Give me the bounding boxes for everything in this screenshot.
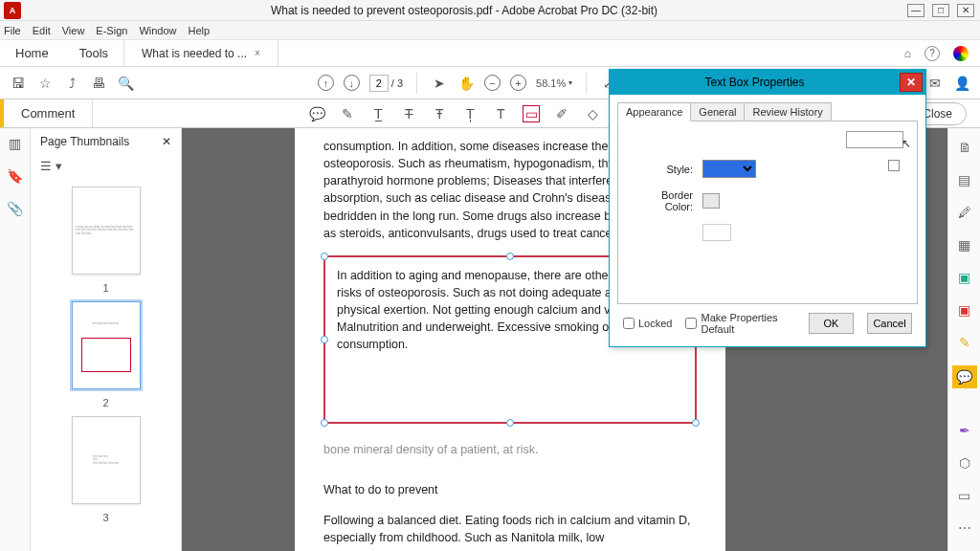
thumb-label-1: 1	[102, 282, 108, 294]
opacity-field[interactable]	[702, 224, 731, 241]
comment-label: Comment	[0, 99, 93, 127]
tool-combine-icon[interactable]: ▣	[955, 268, 974, 287]
app-menu-icon[interactable]: ⌂	[904, 47, 911, 60]
body-heading: What to do to prevent	[323, 481, 697, 498]
strikethrough-icon[interactable]: T	[400, 105, 417, 122]
resize-handle-tl[interactable]	[321, 253, 328, 260]
tool-comment-icon[interactable]: 💬	[952, 365, 977, 388]
cancel-button[interactable]: Cancel	[867, 313, 912, 334]
border-color-label: Border Color:	[632, 189, 693, 212]
attachments-rail-icon[interactable]: 📎	[7, 201, 23, 216]
ok-button[interactable]: OK	[809, 313, 854, 334]
text-box-properties-dialog[interactable]: Text Box Properties ✕ Appearance General…	[609, 69, 926, 347]
profile-icon[interactable]	[953, 46, 969, 61]
text-box-icon[interactable]: ▭	[523, 105, 540, 122]
style-select[interactable]	[702, 160, 756, 178]
email-icon[interactable]: ✉	[926, 75, 944, 92]
tool-last-icon[interactable]: ⋯	[955, 518, 974, 538]
zoom-out-icon[interactable]: −	[484, 75, 501, 91]
zoom-dropdown[interactable]: 58.1% ▾	[536, 77, 572, 89]
menu-esign[interactable]: E-Sign	[96, 25, 127, 36]
close-window-button[interactable]: ✕	[957, 4, 974, 17]
thumbnail-page-1[interactable]: Lorem ipsum dolor sit amet text text tex…	[72, 187, 141, 275]
tool-fill-sign-icon[interactable]: ✎	[955, 333, 974, 352]
thumbnail-page-3[interactable]: line line linelineline line line line li…	[72, 416, 141, 504]
right-rail: 🗎 ▤ 🖉 ▦ ▣ ▣ ✎ 💬 ✒ ⬡ ▭ ⋯	[947, 128, 980, 551]
make-default-checkbox[interactable]: Make Properties Default	[685, 312, 782, 335]
menu-edit[interactable]: Edit	[33, 25, 51, 36]
tool-more-icon[interactable]: ▭	[955, 486, 974, 505]
sticky-note-icon[interactable]: 💬	[308, 105, 325, 122]
pointer-icon[interactable]: ➤	[431, 75, 448, 92]
underline-icon[interactable]: T̲	[369, 105, 387, 122]
document-tab[interactable]: What is needed to ... ×	[123, 40, 278, 66]
tool-protect-icon[interactable]: ⬡	[955, 453, 974, 473]
appearance-checkbox[interactable]	[888, 160, 900, 171]
thumbnail-page-2[interactable]: text text text text text	[72, 301, 141, 389]
tool-export-icon[interactable]: ▤	[955, 170, 974, 189]
menu-window[interactable]: Window	[139, 25, 176, 36]
border-color-swatch[interactable]	[702, 193, 720, 209]
highlight-icon[interactable]: ✎	[339, 105, 356, 122]
eraser-icon[interactable]: ◇	[584, 105, 601, 122]
tab-review-history[interactable]: Review History	[744, 102, 831, 121]
width-field[interactable]	[846, 131, 903, 148]
cursor-icon: ↖	[902, 137, 911, 150]
star-icon[interactable]: ☆	[36, 75, 54, 92]
body-paragraph-2: Following a balanced diet. Eating foods …	[323, 512, 697, 546]
pencil-icon[interactable]: ✐	[553, 105, 570, 122]
page-down-icon[interactable]: ↓	[344, 75, 360, 91]
window-title: What is needed to prevent osteoporosis.p…	[21, 4, 907, 17]
resize-handle-bm[interactable]	[506, 419, 514, 427]
account-icon[interactable]: 👤	[953, 75, 970, 92]
thumbnails-rail-icon[interactable]: ▥	[9, 136, 21, 151]
minimize-button[interactable]: —	[907, 4, 924, 17]
tool-organize-icon[interactable]: ▦	[955, 235, 974, 254]
app-icon: A	[4, 2, 21, 19]
locked-checkbox[interactable]: Locked	[623, 318, 672, 329]
thumb-label-2: 2	[102, 397, 108, 408]
tool-compress-icon[interactable]: ▣	[955, 300, 974, 320]
bookmarks-rail-icon[interactable]: 🔖	[7, 168, 23, 184]
close-tab-icon[interactable]: ×	[255, 48, 260, 58]
zoom-in-icon[interactable]: +	[510, 75, 526, 91]
document-tab-label: What is needed to ...	[142, 47, 247, 60]
tab-row: Home Tools What is needed to ... × ⌂ ?	[0, 40, 980, 67]
menu-help[interactable]: Help	[189, 25, 211, 36]
maximize-button[interactable]: □	[932, 4, 949, 17]
page-total: 3	[397, 77, 403, 89]
options-icon[interactable]: ☰ ▾	[40, 159, 62, 173]
tool-sign-icon[interactable]: ✒	[955, 421, 974, 440]
tool-edit-icon[interactable]: 🖉	[955, 203, 974, 222]
dialog-close-button[interactable]: ✕	[900, 73, 923, 92]
insert-text-icon[interactable]: T̩	[461, 105, 479, 122]
hand-icon[interactable]: ✋	[457, 75, 475, 92]
tab-general[interactable]: General	[690, 102, 745, 121]
page-current-input[interactable]	[369, 75, 389, 92]
window-titlebar: A What is needed to prevent osteoporosis…	[0, 0, 980, 21]
save-icon[interactable]: 🖫	[10, 75, 27, 92]
tab-appearance[interactable]: Appearance	[617, 102, 691, 121]
style-label: Style:	[632, 164, 693, 175]
home-button[interactable]: Home	[0, 40, 64, 66]
share-icon[interactable]: ⤴	[63, 75, 80, 92]
resize-handle-tm[interactable]	[506, 253, 514, 260]
page-up-icon[interactable]: ↑	[318, 75, 334, 91]
dialog-title: Text Box Properties	[610, 76, 900, 89]
resize-handle-bl[interactable]	[321, 419, 328, 427]
menu-view[interactable]: View	[62, 25, 85, 36]
help-icon[interactable]: ?	[924, 46, 940, 61]
menu-file[interactable]: File	[4, 25, 21, 36]
print-icon[interactable]: 🖶	[90, 75, 107, 92]
dialog-titlebar[interactable]: Text Box Properties ✕	[610, 70, 925, 95]
appearance-panel: ↖ Style: Border Color:	[617, 121, 918, 304]
dialog-tabs: Appearance General Review History	[617, 102, 918, 121]
tools-button[interactable]: Tools	[64, 40, 123, 66]
tool-create-icon[interactable]: 🗎	[955, 138, 974, 157]
resize-handle-br[interactable]	[692, 419, 700, 427]
replace-text-icon[interactable]: Ŧ	[431, 105, 448, 122]
add-text-icon[interactable]: T	[492, 105, 509, 122]
close-thumbnail-icon[interactable]: ✕	[162, 135, 171, 148]
resize-handle-ml[interactable]	[321, 336, 328, 343]
search-icon[interactable]: 🔍	[117, 75, 134, 92]
